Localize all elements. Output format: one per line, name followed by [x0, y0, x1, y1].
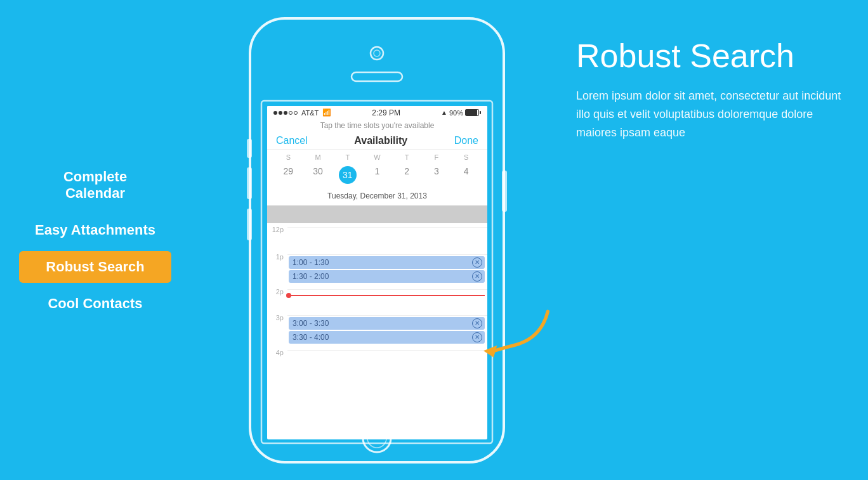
- day-header-w: W: [362, 153, 392, 161]
- signal-dot-2: [279, 111, 282, 115]
- signal-dot-3: [284, 111, 287, 115]
- time-label-4p: 4p: [267, 347, 287, 356]
- calendar-day-headers: S M T W T F S: [273, 153, 481, 161]
- time-row-3p: 3p 3:00 - 3:30 ✕ 3:30 - 4:00 ✕: [267, 313, 487, 345]
- day-header-t2: T: [392, 153, 422, 161]
- svg-rect-7: [247, 139, 252, 158]
- svg-rect-4: [352, 72, 402, 81]
- time-row-12p: 12p: [267, 224, 487, 252]
- time-row-1p: 1p 1:00 - 1:30 ✕ 1:30 - 2:00 ✕: [267, 252, 487, 284]
- feature-description: Lorem ipsum dolor sit amet, consectetur …: [576, 87, 849, 141]
- red-dot-indicator: [286, 293, 291, 298]
- gray-bar: [267, 205, 487, 223]
- availability-header: Cancel Availability Done: [267, 131, 487, 150]
- appointment-4[interactable]: 3:30 - 4:00 ✕: [289, 331, 485, 344]
- cal-date-1[interactable]: 1: [362, 164, 392, 186]
- sidebar-item-cool-contacts[interactable]: Cool Contacts: [19, 288, 171, 320]
- time-row-4p: 4p: [267, 347, 487, 356]
- day-header-s2: S: [451, 153, 481, 161]
- appt-time-2: 1:30 - 2:00: [293, 272, 329, 281]
- close-appt-4[interactable]: ✕: [472, 332, 482, 342]
- sidebar-item-easy-attachments[interactable]: Easy Attachments: [19, 214, 171, 246]
- appt-time-3: 3:00 - 3:30: [293, 319, 329, 328]
- calendar-dates: 29 30 31 1 2 3 4: [273, 164, 481, 186]
- appointment-3[interactable]: 3:00 - 3:30 ✕: [289, 317, 485, 330]
- svg-point-6: [374, 50, 380, 56]
- battery-pct: 90%: [449, 109, 463, 117]
- availability-title: Availability: [354, 135, 407, 146]
- phone-screen: AT&T 📶 2:29 PM ▲ 90% Tap the time slo: [267, 106, 487, 439]
- status-time: 2:29 PM: [372, 108, 400, 117]
- time-label-2p: 2p: [267, 287, 287, 295]
- right-panel: Robust Search Lorem ipsum dolor sit amet…: [563, 0, 868, 480]
- phone-showcase: AT&T 📶 2:29 PM ▲ 90% Tap the time slo: [190, 0, 563, 480]
- done-button[interactable]: Done: [454, 135, 478, 146]
- svg-rect-9: [247, 209, 252, 240]
- time-label-3p: 3p: [267, 313, 287, 321]
- signal-dot-1: [273, 111, 277, 115]
- cal-date-31[interactable]: 31: [332, 164, 362, 186]
- time-row-2p: 2p: [267, 287, 487, 313]
- cal-date-3[interactable]: 3: [422, 164, 452, 186]
- close-appt-1[interactable]: ✕: [472, 257, 482, 268]
- cal-date-4[interactable]: 4: [451, 164, 481, 186]
- tap-hint: Tap the time slots you're available: [267, 119, 487, 131]
- svg-point-5: [371, 47, 383, 60]
- location-icon: ▲: [441, 109, 447, 116]
- feature-title: Robust Search: [576, 38, 849, 74]
- svg-rect-8: [247, 167, 252, 199]
- battery-indicator: [465, 109, 481, 116]
- svg-rect-10: [502, 171, 507, 212]
- status-bar: AT&T 📶 2:29 PM ▲ 90%: [267, 106, 487, 119]
- signal-dots: [273, 111, 298, 115]
- signal-dot-5: [294, 111, 298, 115]
- time-area: 12p 1p 1:00 - 1:30 ✕: [267, 224, 487, 356]
- current-time-line: [289, 295, 485, 296]
- appointment-1[interactable]: 1:00 - 1:30 ✕: [289, 256, 485, 269]
- day-header-t1: T: [332, 153, 362, 161]
- sidebar-item-complete-calendar[interactable]: Complete Calendar: [19, 161, 171, 209]
- day-header-m: M: [303, 153, 333, 161]
- cal-date-2[interactable]: 2: [392, 164, 422, 186]
- close-appt-3[interactable]: ✕: [472, 318, 482, 328]
- cal-date-29[interactable]: 29: [273, 164, 303, 186]
- time-label-12p: 12p: [267, 224, 287, 233]
- calendar: S M T W T F S 29 30 31 1 2 3 4: [267, 150, 487, 189]
- day-header-f: F: [422, 153, 452, 161]
- selected-date-label: Tuesday, December 31, 2013: [267, 189, 487, 203]
- wifi-icon: 📶: [322, 108, 331, 117]
- close-appt-2[interactable]: ✕: [472, 271, 482, 282]
- sidebar: Complete Calendar Easy Attachments Robus…: [0, 0, 190, 480]
- day-header-s1: S: [273, 153, 303, 161]
- time-label-1p: 1p: [267, 252, 287, 261]
- signal-dot-4: [289, 111, 293, 115]
- appt-time-4: 3:30 - 4:00: [293, 333, 329, 342]
- sidebar-item-robust-search[interactable]: Robust Search: [19, 251, 171, 283]
- appt-time-1: 1:00 - 1:30: [293, 258, 329, 267]
- cancel-button[interactable]: Cancel: [276, 135, 308, 146]
- cal-date-30[interactable]: 30: [303, 164, 333, 186]
- phone-device: AT&T 📶 2:29 PM ▲ 90% Tap the time slo: [244, 12, 510, 469]
- carrier-name: AT&T: [301, 109, 319, 117]
- appointment-2[interactable]: 1:30 - 2:00 ✕: [289, 270, 485, 283]
